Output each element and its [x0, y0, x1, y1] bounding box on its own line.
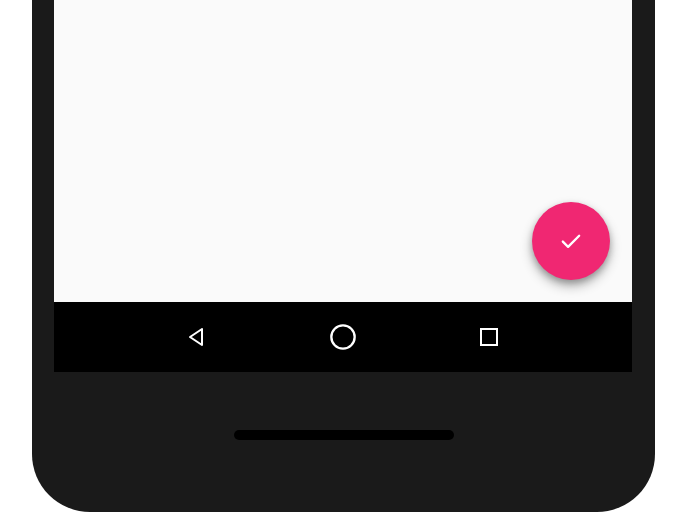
phone-speaker-slot: [234, 430, 454, 440]
check-icon: [557, 227, 585, 255]
phone-frame-left: [32, 0, 54, 372]
nav-home-button[interactable]: [323, 317, 363, 357]
svg-point-0: [331, 325, 354, 348]
nav-recent-button[interactable]: [469, 317, 509, 357]
nav-back-button[interactable]: [177, 317, 217, 357]
home-circle-icon: [329, 323, 357, 351]
back-triangle-icon: [185, 325, 209, 349]
phone-screen: [54, 0, 632, 372]
recent-square-icon: [477, 325, 501, 349]
fab-confirm-button[interactable]: [532, 202, 610, 280]
android-navigation-bar: [54, 302, 632, 372]
app-content-area: [54, 0, 632, 302]
svg-rect-1: [481, 329, 497, 345]
phone-frame-right: [632, 0, 655, 372]
phone-frame-bottom: [32, 372, 655, 512]
